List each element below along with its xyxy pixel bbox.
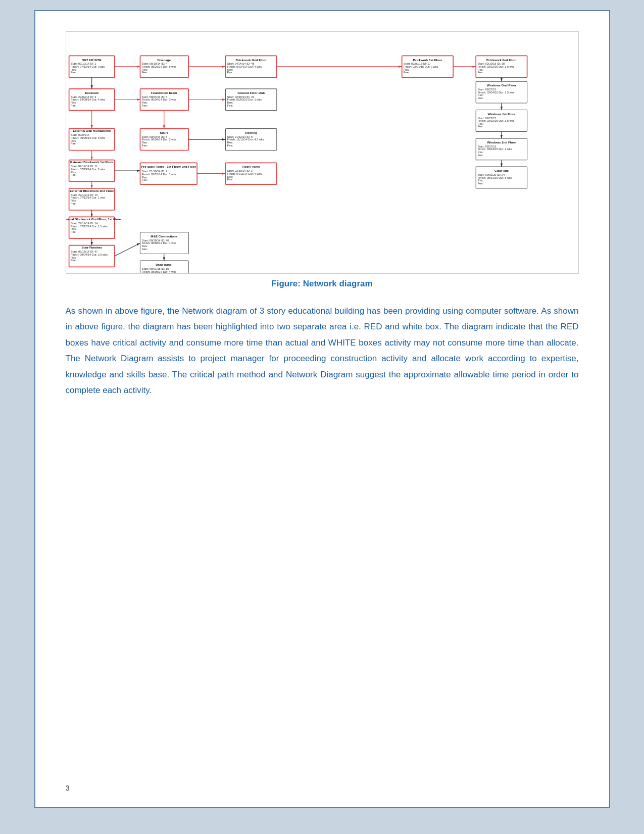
svg-text:Fee:: Fee: [477,71,483,74]
svg-text:External wall foundations: External wall foundations [73,129,111,132]
svg-text:Fee:: Fee: [477,154,483,157]
svg-text:Excavate: Excavate [85,91,98,94]
svg-text:Fee:: Fee: [71,71,77,74]
main-text: As shown in above figure, the Network di… [66,303,579,399]
svg-text:Roofing: Roofing [245,131,257,134]
svg-text:Fee:: Fee: [477,182,483,185]
svg-text:Fee:: Fee: [404,71,410,74]
svg-text:Fee:: Fee: [71,173,77,176]
svg-text:Fee:: Fee: [71,259,77,262]
svg-text:Res:: Res: [141,273,147,273]
svg-text:SET UP SITE: SET UP SITE [82,58,101,62]
svg-text:Fee:: Fee: [71,202,77,205]
svg-text:Fee:: Fee: [141,104,147,107]
svg-text:Roof Frame: Roof Frame [242,165,260,168]
svg-text:Internal Blockwork Gnd Floor, : Internal Blockwork Gnd Floor, 1st Floor [66,217,121,221]
network-diagram: SET UP SITE Start: 07/10/14 ID: 1 Finish… [66,31,579,274]
svg-text:Stairs: Stairs [160,131,169,134]
page-number: 3 [66,783,70,792]
svg-text:Fee:: Fee: [141,248,147,251]
svg-text:Fee:: Fee: [71,104,77,107]
svg-text:External Blockwork 1st Floor: External Blockwork 1st Floor [70,160,114,164]
svg-text:Brickwork 2nd Floor: Brickwork 2nd Floor [486,58,516,62]
svg-text:Fee:: Fee: [477,125,483,128]
svg-text:Fee:: Fee: [477,96,483,100]
svg-text:Brickwork 1st Floor: Brickwork 1st Floor [413,58,442,62]
svg-text:External Blockwork 2nd Floor: External Blockwork 2nd Floor [70,189,114,192]
svg-text:Stair Finishes: Stair Finishes [81,246,102,249]
svg-text:Windows 1st Floor: Windows 1st Floor [487,112,516,116]
svg-text:M&E Connections: M&E Connections [151,234,177,238]
svg-text:Windows Gnd Floor: Windows Gnd Floor [486,83,516,87]
svg-text:Fee:: Fee: [227,144,233,147]
svg-text:Fee:: Fee: [227,178,233,181]
figure-caption: Figure: Network diagram [66,279,579,289]
svg-text:Fee:: Fee: [71,230,77,233]
svg-text:Fee:: Fee: [141,178,147,181]
svg-text:Draw panel: Draw panel [156,263,172,266]
svg-text:Fee:: Fee: [227,71,233,74]
svg-text:Fee:: Fee: [71,142,77,145]
svg-text:Fee:: Fee: [227,104,233,107]
svg-text:Drainage: Drainage [157,58,171,62]
svg-text:Foundation beam: Foundation beam [151,91,177,94]
svg-text:Fee:: Fee: [141,71,147,74]
svg-text:Fee:: Fee: [141,144,147,147]
svg-text:Ground Floor slab: Ground Floor slab [237,91,265,94]
svg-text:Windows 2nd Floor: Windows 2nd Floor [487,140,516,144]
svg-text:Brickwork Gnd Floor: Brickwork Gnd Floor [235,58,267,62]
svg-text:Clear site: Clear site [494,169,508,172]
svg-text:Pre-cast Floors - 1st Floor/ 2: Pre-cast Floors - 1st Floor/ 2nd Floor [141,165,196,168]
page-container: SET UP SITE Start: 07/10/14 ID: 1 Finish… [34,10,610,808]
svg-line-159 [114,243,140,256]
